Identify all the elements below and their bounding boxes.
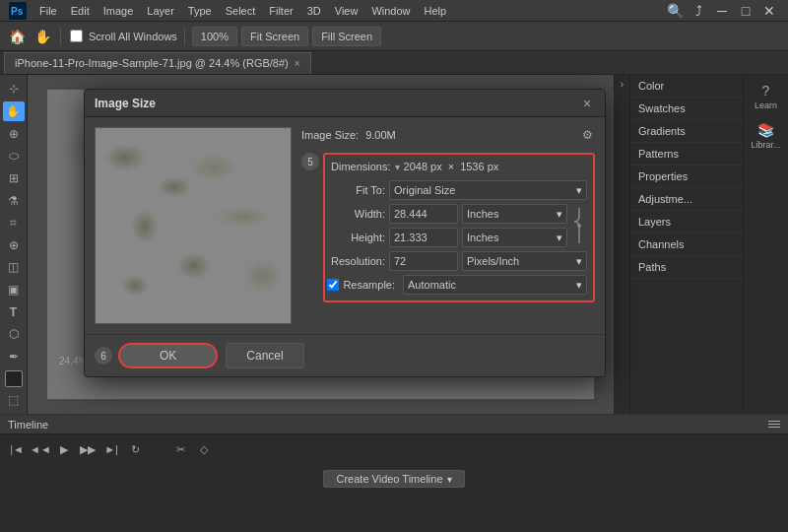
- image-size-label: Image Size: 9.00M: [301, 129, 396, 141]
- resample-chevron-icon: ▾: [576, 279, 582, 292]
- red-bordered-section: Dimensions: ▾ 2048 px × 1536 px Fit To: …: [323, 153, 595, 302]
- dialog-footer: 6 OK Cancel: [85, 334, 605, 376]
- resolution-unit-dropdown[interactable]: Pixels/Inch ▾: [462, 251, 587, 271]
- width-row: Width: Inches ▾: [331, 204, 567, 224]
- fit-to-dropdown[interactable]: Original Size ▾: [389, 180, 587, 200]
- svg-point-2: [577, 224, 581, 228]
- image-size-dialog: Image Size × Image Size: 9.00M ⚙: [84, 89, 606, 377]
- height-unit-dropdown[interactable]: Inches ▾: [462, 228, 567, 247]
- dialog-preview: [95, 127, 292, 324]
- step5-number: 5: [301, 153, 319, 170]
- ok-button[interactable]: OK: [118, 343, 218, 368]
- resample-dropdown[interactable]: Automatic ▾: [403, 275, 587, 295]
- dialog-close-btn[interactable]: ×: [579, 96, 595, 111]
- height-row: Height: Inches ▾: [331, 228, 567, 247]
- width-unit-dropdown[interactable]: Inches ▾: [462, 204, 567, 224]
- link-proportions-icon[interactable]: [571, 204, 587, 247]
- dimensions-row: Dimensions: ▾ 2048 px × 1536 px: [331, 161, 587, 172]
- step5-row: 5 Dimensions: ▾ 2048 px × 1536 px Fit T: [301, 153, 595, 302]
- step6-group: 6 OK: [95, 343, 218, 368]
- fit-to-row: Fit To: Original Size ▾: [331, 180, 587, 200]
- resample-label-group: Resample:: [331, 279, 395, 291]
- width-height-fields: Width: Inches ▾ Height:: [331, 204, 567, 247]
- dialog-title: Image Size: [95, 97, 156, 110]
- dialog-preview-image: [96, 128, 291, 323]
- cancel-button[interactable]: Cancel: [226, 343, 303, 368]
- dialog-overlay: Image Size × Image Size: 9.00M ⚙: [0, 0, 788, 532]
- resolution-row: Resolution: Pixels/Inch ▾: [331, 251, 587, 271]
- height-unit-chevron-icon: ▾: [557, 232, 562, 244]
- dimensions-chevron-icon[interactable]: ▾: [395, 162, 400, 172]
- step6-number: 6: [95, 347, 112, 365]
- dialog-size-header: Image Size: 9.00M ⚙: [301, 127, 595, 143]
- dialog-settings-icon[interactable]: ⚙: [579, 127, 595, 143]
- resample-checkbox[interactable]: [327, 279, 339, 291]
- dialog-body: Image Size: 9.00M ⚙ 5 Dimensions: ▾ 2048…: [85, 117, 605, 334]
- width-input[interactable]: [389, 204, 458, 224]
- dialog-title-bar: Image Size ×: [85, 90, 605, 117]
- height-input[interactable]: [389, 228, 458, 247]
- width-height-group: Width: Inches ▾ Height:: [331, 204, 587, 247]
- resolution-unit-chevron-icon: ▾: [576, 255, 582, 268]
- resample-row: Resample: Automatic ▾: [331, 275, 587, 295]
- resolution-input[interactable]: [389, 251, 458, 271]
- fit-to-chevron-icon: ▾: [576, 184, 582, 197]
- dialog-controls: Image Size: 9.00M ⚙ 5 Dimensions: ▾ 2048…: [301, 127, 595, 324]
- width-unit-chevron-icon: ▾: [557, 208, 562, 221]
